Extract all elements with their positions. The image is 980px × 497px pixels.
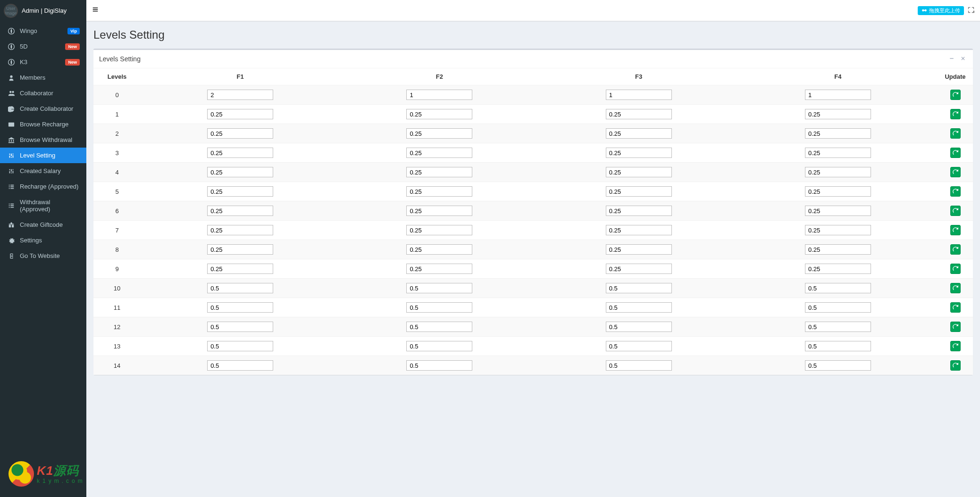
sidebar-item-created-salary[interactable]: Created Salary	[0, 163, 86, 179]
f3-input[interactable]	[606, 283, 672, 293]
f4-input[interactable]	[805, 283, 871, 293]
sidebar-item-members[interactable]: Members	[0, 70, 86, 85]
f4-input[interactable]	[805, 264, 871, 274]
f2-input[interactable]	[406, 206, 472, 216]
update-button[interactable]	[950, 225, 961, 235]
f2-input[interactable]	[406, 283, 472, 293]
sidebar-item-settings[interactable]: Settings	[0, 232, 86, 248]
sidebar-item-create-collaborator[interactable]: Create Collaborator	[0, 101, 86, 116]
exit-icon	[7, 253, 16, 259]
f2-cell	[340, 317, 539, 337]
f2-input[interactable]	[406, 148, 472, 158]
update-button[interactable]	[950, 302, 961, 313]
update-button[interactable]	[950, 148, 961, 158]
f2-input[interactable]	[406, 186, 472, 197]
f3-input[interactable]	[606, 128, 672, 139]
f4-input[interactable]	[805, 148, 871, 158]
sidebar-item-collaborator[interactable]: Collaborator	[0, 85, 86, 101]
f4-input[interactable]	[805, 90, 871, 100]
f2-input[interactable]	[406, 264, 472, 274]
update-button[interactable]	[950, 167, 961, 177]
f4-input[interactable]	[805, 186, 871, 197]
f1-input[interactable]	[207, 167, 273, 177]
f2-input[interactable]	[406, 225, 472, 235]
f1-input[interactable]	[207, 322, 273, 332]
update-button[interactable]	[950, 322, 961, 332]
f2-input[interactable]	[406, 302, 472, 313]
f3-input[interactable]	[606, 90, 672, 100]
f4-input[interactable]	[805, 225, 871, 235]
f1-input[interactable]	[207, 225, 273, 235]
f1-input[interactable]	[207, 109, 273, 119]
f2-input[interactable]	[406, 322, 472, 332]
update-button[interactable]	[950, 128, 961, 139]
f3-input[interactable]	[606, 225, 672, 235]
sidebar-item-withdrawal-approved-[interactable]: Withdrawal (Approved)	[0, 194, 86, 217]
f4-input[interactable]	[805, 244, 871, 255]
update-button[interactable]	[950, 341, 961, 351]
f3-input[interactable]	[606, 341, 672, 351]
f3-input[interactable]	[606, 148, 672, 158]
expand-icon[interactable]	[968, 7, 974, 15]
f3-input[interactable]	[606, 206, 672, 216]
f4-input[interactable]	[805, 302, 871, 313]
f1-input[interactable]	[207, 360, 273, 371]
sidebar-item-5d[interactable]: 5DNew	[0, 39, 86, 54]
f2-input[interactable]	[406, 128, 472, 139]
f3-input[interactable]	[606, 244, 672, 255]
users-icon	[7, 90, 16, 97]
f1-input[interactable]	[207, 302, 273, 313]
update-button[interactable]	[950, 109, 961, 119]
f4-input[interactable]	[805, 109, 871, 119]
upload-button[interactable]: 拖拽至此上传	[918, 6, 964, 15]
f4-input[interactable]	[805, 167, 871, 177]
f4-input[interactable]	[805, 128, 871, 139]
f3-input[interactable]	[606, 302, 672, 313]
f4-input[interactable]	[805, 206, 871, 216]
f4-input[interactable]	[805, 360, 871, 371]
f2-input[interactable]	[406, 341, 472, 351]
sidebar-item-browse-recharge[interactable]: Browse Recharge	[0, 116, 86, 132]
close-icon[interactable]	[959, 55, 967, 63]
f1-input[interactable]	[207, 148, 273, 158]
f1-input[interactable]	[207, 128, 273, 139]
f3-input[interactable]	[606, 360, 672, 371]
update-button[interactable]	[950, 360, 961, 371]
sidebar-item-recharge-approved-[interactable]: Recharge (Approved)	[0, 179, 86, 194]
f1-input[interactable]	[207, 264, 273, 274]
badge: Vip	[67, 28, 80, 34]
f3-input[interactable]	[606, 186, 672, 197]
f4-input[interactable]	[805, 341, 871, 351]
sidebar-item-create-giftcode[interactable]: Create Giftcode	[0, 217, 86, 232]
f1-input[interactable]	[207, 90, 273, 100]
update-button[interactable]	[950, 186, 961, 197]
f3-input[interactable]	[606, 109, 672, 119]
f1-input[interactable]	[207, 244, 273, 255]
f1-input[interactable]	[207, 206, 273, 216]
sidebar-item-wingo[interactable]: WingoVip	[0, 23, 86, 39]
f3-input[interactable]	[606, 322, 672, 332]
update-button[interactable]	[950, 90, 961, 100]
update-button[interactable]	[950, 244, 961, 255]
update-button[interactable]	[950, 264, 961, 274]
f2-input[interactable]	[406, 90, 472, 100]
f3-input[interactable]	[606, 264, 672, 274]
f2-input[interactable]	[406, 244, 472, 255]
collapse-icon[interactable]	[947, 55, 956, 63]
update-button[interactable]	[950, 206, 961, 216]
f3-input[interactable]	[606, 167, 672, 177]
f4-input[interactable]	[805, 322, 871, 332]
sidebar-item-go-to-website[interactable]: Go To Website	[0, 248, 86, 264]
f1-input[interactable]	[207, 341, 273, 351]
f2-input[interactable]	[406, 109, 472, 119]
f1-input[interactable]	[207, 283, 273, 293]
hamburger-icon[interactable]	[92, 6, 99, 15]
sidebar-item-k3[interactable]: K3New	[0, 54, 86, 70]
f2-input[interactable]	[406, 360, 472, 371]
sidebar-item-level-setting[interactable]: Level Setting	[0, 148, 86, 163]
f2-input[interactable]	[406, 167, 472, 177]
sidebar-item-label: Created Salary	[20, 167, 80, 174]
sidebar-item-browse-withdrawal[interactable]: Browse Withdrawal	[0, 132, 86, 148]
f1-input[interactable]	[207, 186, 273, 197]
update-button[interactable]	[950, 283, 961, 293]
